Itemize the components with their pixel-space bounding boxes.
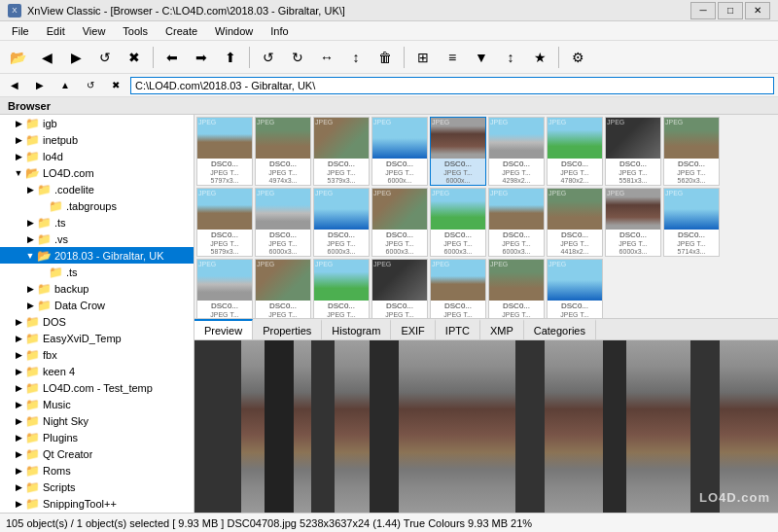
- menu-create[interactable]: Create: [158, 23, 205, 39]
- addr-back-btn[interactable]: ◀: [4, 76, 25, 95]
- thumbnail-item[interactable]: JPEG DSC0... JPEG T... 6000x3...: [196, 259, 253, 319]
- thumbnail-item[interactable]: JPEG DSC0... JPEG T... 5625x3...: [371, 259, 428, 319]
- window-controls[interactable]: ─ □ ✕: [690, 2, 770, 19]
- tree-item[interactable]: ▶ 📁 Music: [0, 396, 194, 412]
- tree-item[interactable]: ▶ 📁 LO4D.com - Test_temp: [0, 379, 194, 396]
- tree-item[interactable]: ▶ 📁 igb: [0, 115, 194, 131]
- toolbar-btn-2[interactable]: ◀: [33, 45, 60, 70]
- expand-icon[interactable]: ▶: [23, 183, 37, 196]
- expand-icon[interactable]: ▶: [12, 497, 25, 511]
- toolbar-btn-6[interactable]: ⬅: [159, 45, 186, 70]
- expand-icon[interactable]: [35, 266, 49, 279]
- toolbar-btn-16[interactable]: ▼: [468, 45, 495, 70]
- tree-item[interactable]: ▶ 📁 Plugins: [0, 429, 194, 445]
- tree-item[interactable]: ▶ 📁 DOS: [0, 313, 194, 330]
- toolbar-btn-17[interactable]: ↕: [497, 45, 524, 70]
- tree-item[interactable]: ▶ 📁 Scripts: [0, 479, 194, 495]
- expand-icon[interactable]: ▶: [12, 117, 25, 130]
- menu-info[interactable]: Info: [263, 23, 296, 39]
- thumbnail-item[interactable]: JPEG DSC0... JPEG T... 5620x3...: [663, 117, 720, 186]
- tree-item[interactable]: ▶ 📁 Data Crow: [0, 297, 194, 313]
- tree-item[interactable]: ▼ 📂 LO4D.com: [0, 164, 194, 181]
- tree-item[interactable]: ▶ 📁 fbx: [0, 346, 194, 363]
- thumbnail-item[interactable]: JPEG DSC0... JPEG T... 6000x...: [371, 117, 428, 186]
- preview-tab-categories[interactable]: Categories: [524, 319, 596, 339]
- tree-item[interactable]: ▶ 📁 keen 4: [0, 363, 194, 379]
- preview-tab-exif[interactable]: EXIF: [391, 319, 435, 339]
- thumbnail-item[interactable]: JPEG DSC0... JPEG T... 5714x3...: [663, 188, 720, 257]
- toolbar-btn-14[interactable]: ⊞: [409, 45, 437, 70]
- toolbar-btn-4[interactable]: ↺: [91, 45, 119, 70]
- expand-icon[interactable]: ▶: [12, 133, 25, 147]
- toolbar-btn-10[interactable]: ↻: [284, 45, 311, 70]
- expand-icon[interactable]: [35, 199, 49, 213]
- expand-icon[interactable]: ▶: [12, 447, 25, 461]
- thumbnail-item[interactable]: JPEG DSC0... JPEG T... 4950x2...: [255, 259, 311, 319]
- toolbar-btn-1[interactable]: 📂: [4, 45, 31, 70]
- toolbar-btn-18[interactable]: ★: [526, 45, 553, 70]
- tree-item[interactable]: ▶ 📁 inetpub: [0, 131, 194, 148]
- tree-item[interactable]: ▶ 📁 backup: [0, 280, 194, 297]
- minimize-button[interactable]: ─: [690, 2, 716, 19]
- expand-icon[interactable]: ▶: [23, 299, 37, 312]
- addr-forward-btn[interactable]: ▶: [29, 76, 51, 95]
- tree-item[interactable]: ▶ 📁 .ts: [0, 214, 194, 231]
- thumbnail-item[interactable]: JPEG DSC0... JPEG T... 4418x2...: [547, 188, 603, 257]
- expand-icon[interactable]: ▶: [12, 480, 25, 494]
- toolbar-btn-5[interactable]: ✖: [121, 45, 148, 70]
- menu-view[interactable]: View: [75, 23, 114, 39]
- tree-item[interactable]: ▶ 📁 EasyXviD_Temp: [0, 330, 194, 346]
- thumbnail-item[interactable]: JPEG DSC0... JPEG T... 6000x3...: [605, 188, 661, 257]
- expand-icon[interactable]: ▶: [12, 150, 25, 163]
- menu-tools[interactable]: Tools: [115, 23, 156, 39]
- preview-tab-iptc[interactable]: IPTC: [436, 319, 480, 339]
- thumbnail-item[interactable]: JPEG DSC0... JPEG T... 6000x3...: [313, 188, 370, 257]
- toolbar-btn-7[interactable]: ➡: [188, 45, 215, 70]
- tree-item[interactable]: ▶ 📁 Roms: [0, 462, 194, 479]
- expand-icon[interactable]: ▶: [23, 216, 37, 230]
- thumbnail-item[interactable]: JPEG DSC0... JPEG T... 4974x3...: [255, 117, 311, 186]
- expand-icon[interactable]: ▶: [12, 431, 25, 444]
- close-button[interactable]: ✕: [745, 2, 770, 19]
- menu-window[interactable]: Window: [207, 23, 261, 39]
- thumbnail-item[interactable]: JPEG DSC0... JPEG T... 4780x2...: [547, 117, 603, 186]
- menu-file[interactable]: File: [4, 23, 37, 39]
- addr-stop-btn[interactable]: ✖: [105, 76, 126, 95]
- menu-edit[interactable]: Edit: [39, 23, 73, 39]
- tree-item[interactable]: ▶ 📁 SnippingTool++: [0, 495, 194, 512]
- tree-item[interactable]: ▶ 📁 Night Sky: [0, 412, 194, 429]
- expand-icon[interactable]: ▶: [12, 398, 25, 411]
- preview-tab-properties[interactable]: Properties: [253, 319, 322, 339]
- preview-tab-histogram[interactable]: Histogram: [322, 319, 391, 339]
- thumbnail-item[interactable]: JPEG DSC0... JPEG T... 6000x3...: [488, 188, 545, 257]
- thumbnail-item[interactable]: JPEG DSC0... JPEG T... 5797x3...: [196, 117, 253, 186]
- toolbar-btn-12[interactable]: ↕: [342, 45, 370, 70]
- toolbar-btn-9[interactable]: ↺: [255, 45, 282, 70]
- expand-icon[interactable]: ▶: [23, 282, 37, 296]
- tree-item[interactable]: ▼ 📂 2018.03 - Gibraltar, UK: [0, 247, 194, 264]
- expand-icon[interactable]: ▶: [12, 315, 25, 329]
- addr-refresh-btn[interactable]: ↺: [80, 76, 101, 95]
- thumbnail-item[interactable]: JPEG DSC0... JPEG T... 5536x3...: [430, 259, 486, 319]
- thumbnail-item[interactable]: JPEG DSC0... JPEG T... 6000x3...: [371, 188, 428, 257]
- maximize-button[interactable]: □: [718, 2, 743, 19]
- tree-item[interactable]: ▶ 📁 temp: [0, 512, 194, 513]
- toolbar-btn-13[interactable]: 🗑: [371, 45, 399, 70]
- thumbnail-item[interactable]: JPEG DSC0... JPEG T... 4298x2...: [488, 117, 545, 186]
- thumbnail-item[interactable]: JPEG DSC0... JPEG T... 5879x3...: [196, 188, 253, 257]
- expand-icon[interactable]: ▼: [23, 249, 37, 263]
- thumbnail-item[interactable]: JPEG DSC0... JPEG T... 5379x3...: [313, 117, 370, 186]
- expand-icon[interactable]: ▶: [23, 232, 37, 246]
- expand-icon[interactable]: ▼: [12, 166, 25, 180]
- thumbnail-item[interactable]: JPEG DSC0... JPEG T... 5581x3...: [605, 117, 661, 186]
- expand-icon[interactable]: ▶: [12, 464, 25, 478]
- tree-item[interactable]: ▶ 📁 Qt Creator: [0, 445, 194, 462]
- toolbar-btn-8[interactable]: ⬆: [217, 45, 244, 70]
- tree-item[interactable]: 📁 .ts: [0, 264, 194, 280]
- thumbnail-item[interactable]: JPEG DSC0... JPEG T... 4951x2...: [313, 259, 370, 319]
- tree-item[interactable]: ▶ 📁 .codelite: [0, 181, 194, 197]
- tree-item[interactable]: 📁 .tabgroups: [0, 197, 194, 214]
- toolbar-btn-11[interactable]: ↔: [313, 45, 340, 70]
- thumbnail-item[interactable]: JPEG DSC0... JPEG T... 6000x3...: [255, 188, 311, 257]
- preview-tab-preview[interactable]: Preview: [194, 319, 253, 339]
